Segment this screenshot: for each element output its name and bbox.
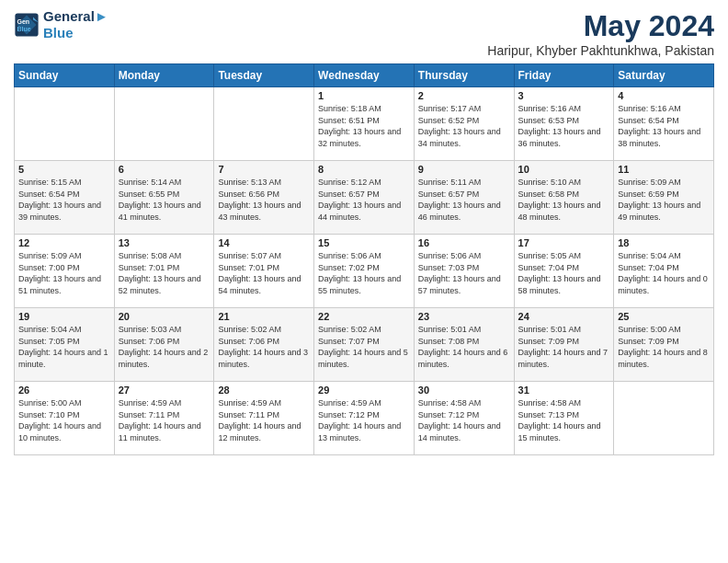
day-info: Sunrise: 5:16 AMSunset: 6:54 PMDaylight:… xyxy=(618,103,710,149)
day-info: Sunrise: 4:59 AMSunset: 7:12 PMDaylight:… xyxy=(318,397,410,443)
day-number: 24 xyxy=(518,311,610,322)
title-block: May 2024 Haripur, Khyber Pakhtunkhwa, Pa… xyxy=(487,9,714,58)
calendar-cell-2-5: 17Sunrise: 5:05 AMSunset: 7:04 PMDayligh… xyxy=(514,235,614,308)
calendar-cell-3-0: 19Sunrise: 5:04 AMSunset: 7:05 PMDayligh… xyxy=(15,308,115,382)
calendar-cell-1-3: 8Sunrise: 5:12 AMSunset: 6:57 PMDaylight… xyxy=(314,161,415,235)
calendar-cell-2-1: 13Sunrise: 5:08 AMSunset: 7:01 PMDayligh… xyxy=(114,235,214,308)
day-info: Sunrise: 4:58 AMSunset: 7:12 PMDaylight:… xyxy=(418,397,510,443)
calendar-cell-2-4: 16Sunrise: 5:06 AMSunset: 7:03 PMDayligh… xyxy=(414,235,514,308)
day-number: 9 xyxy=(418,164,510,175)
day-info: Sunrise: 5:07 AMSunset: 7:01 PMDaylight:… xyxy=(218,250,310,296)
calendar-cell-2-3: 15Sunrise: 5:06 AMSunset: 7:02 PMDayligh… xyxy=(314,235,415,308)
day-number: 23 xyxy=(418,311,510,322)
day-info: Sunrise: 5:11 AMSunset: 6:57 PMDaylight:… xyxy=(418,177,510,223)
day-info: Sunrise: 5:00 AMSunset: 7:10 PMDaylight:… xyxy=(18,397,110,443)
day-info: Sunrise: 5:04 AMSunset: 7:05 PMDaylight:… xyxy=(18,324,110,370)
logo: Gen Blue General► Blue xyxy=(14,9,108,40)
calendar-cell-0-0 xyxy=(15,87,115,161)
calendar-cell-0-4: 2Sunrise: 5:17 AMSunset: 6:52 PMDaylight… xyxy=(414,87,514,161)
calendar-cell-0-6: 4Sunrise: 5:16 AMSunset: 6:54 PMDaylight… xyxy=(614,87,714,161)
calendar-table: Sunday Monday Tuesday Wednesday Thursday… xyxy=(14,63,714,455)
calendar-cell-3-2: 21Sunrise: 5:02 AMSunset: 7:06 PMDayligh… xyxy=(214,308,314,382)
calendar-cell-1-6: 11Sunrise: 5:09 AMSunset: 6:59 PMDayligh… xyxy=(614,161,714,235)
calendar-cell-0-1 xyxy=(114,87,214,161)
calendar-cell-4-5: 31Sunrise: 4:58 AMSunset: 7:13 PMDayligh… xyxy=(514,382,614,455)
day-info: Sunrise: 5:10 AMSunset: 6:58 PMDaylight:… xyxy=(518,177,610,223)
day-info: Sunrise: 5:06 AMSunset: 7:02 PMDaylight:… xyxy=(318,250,410,296)
header-friday: Friday xyxy=(514,64,614,87)
day-info: Sunrise: 4:59 AMSunset: 7:11 PMDaylight:… xyxy=(119,397,210,443)
day-info: Sunrise: 5:15 AMSunset: 6:54 PMDaylight:… xyxy=(18,177,110,223)
header-wednesday: Wednesday xyxy=(314,64,415,87)
week-row-3: 19Sunrise: 5:04 AMSunset: 7:05 PMDayligh… xyxy=(15,308,714,382)
calendar-cell-4-6 xyxy=(614,382,714,455)
day-number: 25 xyxy=(618,311,710,322)
day-number: 27 xyxy=(119,385,210,396)
day-number: 28 xyxy=(218,385,310,396)
day-number: 10 xyxy=(518,164,610,175)
calendar-cell-3-4: 23Sunrise: 5:01 AMSunset: 7:08 PMDayligh… xyxy=(414,308,514,382)
day-number: 2 xyxy=(418,90,510,101)
week-row-1: 5Sunrise: 5:15 AMSunset: 6:54 PMDaylight… xyxy=(15,161,714,235)
day-info: Sunrise: 4:58 AMSunset: 7:13 PMDaylight:… xyxy=(518,397,610,443)
day-number: 6 xyxy=(119,164,210,175)
day-info: Sunrise: 5:18 AMSunset: 6:51 PMDaylight:… xyxy=(318,103,410,149)
day-number: 1 xyxy=(318,90,410,101)
calendar-cell-1-1: 6Sunrise: 5:14 AMSunset: 6:55 PMDaylight… xyxy=(114,161,214,235)
subtitle: Haripur, Khyber Pakhtunkhwa, Pakistan xyxy=(487,43,714,58)
day-info: Sunrise: 5:12 AMSunset: 6:57 PMDaylight:… xyxy=(318,177,410,223)
day-number: 11 xyxy=(618,164,710,175)
header-thursday: Thursday xyxy=(414,64,514,87)
page-container: Gen Blue General► Blue May 2024 Haripur,… xyxy=(0,0,728,460)
calendar-cell-0-5: 3Sunrise: 5:16 AMSunset: 6:53 PMDaylight… xyxy=(514,87,614,161)
header-sunday: Sunday xyxy=(15,64,115,87)
calendar-cell-4-1: 27Sunrise: 4:59 AMSunset: 7:11 PMDayligh… xyxy=(114,382,214,455)
svg-text:Blue: Blue xyxy=(17,26,31,32)
day-info: Sunrise: 5:01 AMSunset: 7:08 PMDaylight:… xyxy=(418,324,510,370)
day-info: Sunrise: 5:13 AMSunset: 6:56 PMDaylight:… xyxy=(218,177,310,223)
calendar-cell-2-6: 18Sunrise: 5:04 AMSunset: 7:04 PMDayligh… xyxy=(614,235,714,308)
day-number: 21 xyxy=(218,311,310,322)
header-tuesday: Tuesday xyxy=(214,64,314,87)
day-info: Sunrise: 5:04 AMSunset: 7:04 PMDaylight:… xyxy=(618,250,710,296)
calendar-cell-4-2: 28Sunrise: 4:59 AMSunset: 7:11 PMDayligh… xyxy=(214,382,314,455)
calendar-cell-1-4: 9Sunrise: 5:11 AMSunset: 6:57 PMDaylight… xyxy=(414,161,514,235)
logo-icon: Gen Blue xyxy=(14,12,40,38)
day-info: Sunrise: 4:59 AMSunset: 7:11 PMDaylight:… xyxy=(218,397,310,443)
day-number: 7 xyxy=(218,164,310,175)
day-number: 18 xyxy=(618,237,710,248)
calendar-cell-4-3: 29Sunrise: 4:59 AMSunset: 7:12 PMDayligh… xyxy=(314,382,415,455)
day-number: 19 xyxy=(18,311,110,322)
day-number: 14 xyxy=(218,237,310,248)
day-info: Sunrise: 5:08 AMSunset: 7:01 PMDaylight:… xyxy=(119,250,210,296)
calendar-cell-3-6: 25Sunrise: 5:00 AMSunset: 7:09 PMDayligh… xyxy=(614,308,714,382)
day-number: 29 xyxy=(318,385,410,396)
day-info: Sunrise: 5:05 AMSunset: 7:04 PMDaylight:… xyxy=(518,250,610,296)
calendar-cell-1-5: 10Sunrise: 5:10 AMSunset: 6:58 PMDayligh… xyxy=(514,161,614,235)
calendar-cell-1-0: 5Sunrise: 5:15 AMSunset: 6:54 PMDaylight… xyxy=(15,161,115,235)
calendar-cell-0-2 xyxy=(214,87,314,161)
day-info: Sunrise: 5:03 AMSunset: 7:06 PMDaylight:… xyxy=(119,324,210,370)
day-info: Sunrise: 5:01 AMSunset: 7:09 PMDaylight:… xyxy=(518,324,610,370)
day-number: 30 xyxy=(418,385,510,396)
week-row-4: 26Sunrise: 5:00 AMSunset: 7:10 PMDayligh… xyxy=(15,382,714,455)
day-number: 5 xyxy=(18,164,110,175)
day-info: Sunrise: 5:16 AMSunset: 6:53 PMDaylight:… xyxy=(518,103,610,149)
header: Gen Blue General► Blue May 2024 Haripur,… xyxy=(14,9,714,58)
day-number: 3 xyxy=(518,90,610,101)
calendar-cell-2-0: 12Sunrise: 5:09 AMSunset: 7:00 PMDayligh… xyxy=(15,235,115,308)
logo-text: General► Blue xyxy=(43,9,108,40)
calendar-cell-3-3: 22Sunrise: 5:02 AMSunset: 7:07 PMDayligh… xyxy=(314,308,415,382)
week-row-2: 12Sunrise: 5:09 AMSunset: 7:00 PMDayligh… xyxy=(15,235,714,308)
header-saturday: Saturday xyxy=(614,64,714,87)
calendar-cell-3-5: 24Sunrise: 5:01 AMSunset: 7:09 PMDayligh… xyxy=(514,308,614,382)
header-monday: Monday xyxy=(114,64,214,87)
day-number: 16 xyxy=(418,237,510,248)
day-number: 8 xyxy=(318,164,410,175)
calendar-cell-4-0: 26Sunrise: 5:00 AMSunset: 7:10 PMDayligh… xyxy=(15,382,115,455)
day-number: 31 xyxy=(518,385,610,396)
svg-text:Gen: Gen xyxy=(17,17,30,24)
day-number: 4 xyxy=(618,90,710,101)
calendar-cell-2-2: 14Sunrise: 5:07 AMSunset: 7:01 PMDayligh… xyxy=(214,235,314,308)
day-number: 12 xyxy=(18,237,110,248)
